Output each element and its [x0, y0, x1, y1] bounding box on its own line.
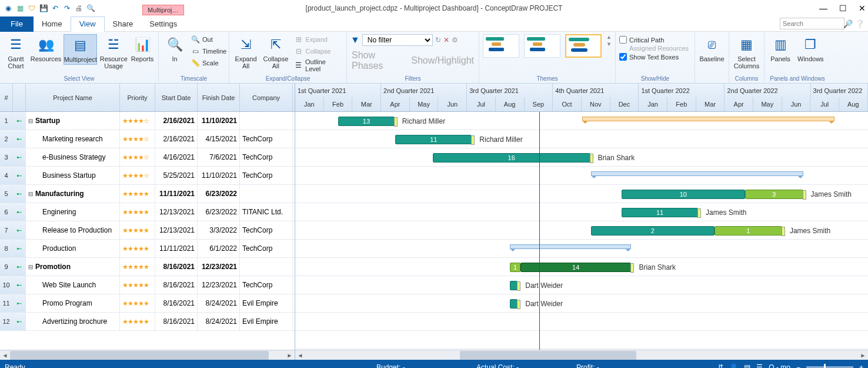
gantt-row[interactable]: 16Brian Shark [295, 148, 868, 167]
reports-button[interactable]: 📊Reports [130, 34, 155, 64]
outline-level-button[interactable]: ☰Outline Level [293, 58, 343, 73]
theme-scroll-up[interactable]: ▲ [606, 34, 612, 40]
task-bar[interactable]: Dart Weider [510, 299, 518, 309]
windows-button[interactable]: ❐Windows [795, 34, 826, 64]
gantt-row[interactable]: Dart Weider [295, 276, 868, 294]
zoom-out-button[interactable]: − [796, 363, 800, 369]
document-tab[interactable]: Multiproj… [142, 5, 184, 15]
task-name[interactable]: Release to Production [26, 221, 120, 239]
help-icon[interactable]: ❔ [855, 19, 864, 28]
gantt-chart-button[interactable]: ☰Gantt Chart [4, 34, 28, 71]
task-bar[interactable]: 2 [591, 226, 714, 236]
start-date[interactable]: 8/16/2021 [155, 294, 198, 312]
company[interactable]: Evil Empire [240, 294, 293, 312]
gantt-row[interactable]: 11Richard Miller [295, 130, 868, 148]
redo-icon[interactable]: ↷ [62, 4, 72, 13]
priority[interactable]: ★★★★★ [120, 258, 155, 276]
gantt-row[interactable] [295, 331, 868, 349]
header-priority[interactable]: Priority [120, 84, 155, 111]
task-name[interactable]: Web Site Launch [26, 276, 120, 294]
task-name[interactable]: ⊟Promotion [26, 258, 120, 276]
company[interactable]: TechCorp [240, 167, 293, 184]
table-row[interactable]: 10 ➸ Web Site Launch ★★★★★ 8/16/2021 12/… [0, 276, 295, 294]
scroll-right-icon[interactable]: ► [285, 350, 295, 360]
close-button[interactable]: ✕ [859, 4, 866, 13]
header-company[interactable]: Company [240, 84, 293, 111]
table-row[interactable]: 2 ➸ Marketing research ★★★★☆ 2/16/2021 4… [0, 130, 295, 148]
priority[interactable]: ★★★★★ [120, 185, 155, 203]
finish-date[interactable]: 11/10/2021 [198, 167, 240, 184]
zoom-in-button[interactable]: + [859, 363, 863, 369]
start-date[interactable]: 8/16/2021 [155, 276, 198, 294]
scroll-left-icon[interactable]: ◄ [0, 350, 10, 360]
status-icon-2[interactable]: 👤 [729, 363, 738, 369]
start-date[interactable]: 12/13/2021 [155, 221, 198, 239]
finish-date[interactable]: 6/1/2022 [198, 240, 240, 257]
gantt-hscroll[interactable]: ◄ ► [295, 350, 868, 360]
task-name[interactable]: Marketing research [26, 130, 120, 148]
company[interactable]: TITANIC Ltd. [240, 203, 293, 221]
company[interactable]: TechCorp [240, 148, 293, 166]
task-name[interactable]: Promo Program [26, 294, 120, 312]
resource-usage-button[interactable]: ☱Resource Usage [99, 34, 128, 71]
task-bar[interactable]: 3James Smith [745, 190, 803, 199]
undo-icon[interactable]: ↶ [51, 4, 60, 13]
view-menu[interactable]: View [71, 16, 105, 32]
scroll-right-icon[interactable]: ► [858, 350, 868, 360]
gantt-body[interactable]: 13Richard Miller11Richard Miller16Brian … [295, 112, 868, 350]
summary-bar[interactable] [582, 117, 834, 121]
maximize-button[interactable]: ☐ [839, 4, 847, 13]
table-row[interactable]: 3 ➸ e-Business Strategy ★★★★☆ 4/16/2021 … [0, 148, 295, 167]
priority[interactable]: ★★★★★ [120, 294, 155, 312]
show-text-boxes-checkbox[interactable]: Show Text Boxes [619, 52, 691, 61]
start-date[interactable]: 12/13/2021 [155, 203, 198, 221]
filter-select[interactable]: No filter [362, 34, 433, 46]
table-row[interactable]: 1 ➸ ⊟Startup ★★★★☆ 2/16/2021 11/10/2021 [0, 112, 295, 130]
share-menu[interactable]: Share [105, 16, 142, 32]
scale-button[interactable]: 📏Scale [189, 58, 228, 68]
collapse-toggle-icon[interactable]: ⊟ [28, 118, 33, 124]
search-box[interactable] [780, 18, 844, 29]
baseline-button[interactable]: ⎚Baseline [699, 34, 725, 64]
collapse-toggle-icon[interactable]: ⊟ [28, 191, 33, 197]
summary-bar[interactable] [591, 171, 803, 176]
company[interactable]: TechCorp [240, 221, 293, 239]
scroll-left-icon[interactable]: ◄ [295, 350, 305, 360]
gantt-row[interactable]: 103James Smith [295, 185, 868, 203]
save-icon[interactable]: 💾 [39, 4, 48, 13]
collapse-toggle-icon[interactable]: ⊟ [28, 264, 33, 270]
zoom-in-button[interactable]: 🔍In [162, 34, 187, 64]
finish-date[interactable]: 8/24/2021 [198, 294, 240, 312]
table-row[interactable]: 9 ➸ ⊟Promotion ★★★★★ 8/16/2021 12/23/202… [0, 258, 295, 276]
task-bar[interactable]: 1 [510, 263, 520, 272]
company[interactable]: TechCorp [240, 240, 293, 257]
scroll-thumb[interactable] [460, 351, 636, 360]
task-bar[interactable]: 11Richard Miller [395, 135, 472, 144]
company[interactable]: TechCorp [240, 276, 293, 294]
table-row[interactable]: 5 ➸ ⊟Manufacturing ★★★★★ 11/11/2021 6/23… [0, 185, 295, 203]
panels-button[interactable]: ▥Panels [768, 34, 793, 64]
search-input[interactable] [780, 18, 844, 29]
task-name[interactable]: ⊟Startup [26, 112, 120, 130]
company[interactable] [240, 185, 293, 203]
task-name[interactable]: Production [26, 240, 120, 257]
timeline-button[interactable]: ▭Timeline [189, 46, 228, 57]
summary-bar[interactable] [510, 244, 631, 249]
gantt-row[interactable]: Dart Weider [295, 294, 868, 313]
task-bar[interactable]: 10 [622, 190, 745, 199]
resources-button[interactable]: 👥Resources [31, 34, 61, 64]
critical-path-checkbox[interactable]: Critical Path [619, 35, 691, 44]
start-date[interactable]: 5/25/2021 [155, 167, 198, 184]
task-bar[interactable]: 1James Smith [715, 226, 782, 236]
zoom-slider[interactable] [806, 366, 853, 369]
task-name[interactable]: Advertizing brochure [26, 313, 120, 330]
finish-date[interactable]: 8/24/2021 [198, 313, 240, 330]
file-menu[interactable]: File [0, 16, 34, 32]
start-date[interactable]: 2/16/2021 [155, 130, 198, 148]
header-number[interactable]: # [0, 84, 13, 111]
minimize-button[interactable]: — [819, 4, 827, 13]
open-icon[interactable]: 🛡 [27, 4, 36, 13]
start-date[interactable]: 4/16/2021 [155, 148, 198, 166]
priority[interactable]: ★★★★★ [120, 313, 155, 330]
table-row[interactable]: 6 ➸ Enginering ★★★★★ 12/13/2021 6/23/202… [0, 203, 295, 221]
